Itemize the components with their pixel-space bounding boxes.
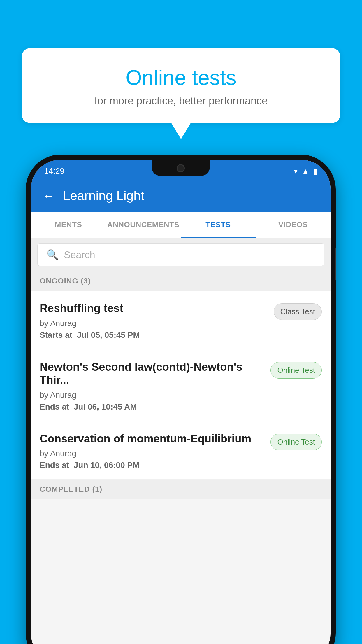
test-name-1: Reshuffling test — [40, 302, 268, 315]
search-input-wrapper[interactable]: 🔍 Search — [37, 243, 324, 266]
signal-icon: ▲ — [302, 167, 309, 176]
ongoing-section-header: ONGOING (3) — [31, 271, 331, 291]
wifi-icon: ▾ — [294, 167, 298, 176]
completed-section-header: COMPLETED (1) — [31, 480, 331, 499]
test-author-1: by Anurag — [40, 319, 268, 328]
test-item-2[interactable]: Newton's Second law(contd)-Newton's Thir… — [31, 349, 331, 421]
speech-bubble-subtitle: for more practice, better performance — [45, 95, 317, 107]
battery-icon: ▮ — [313, 167, 317, 176]
test-time-2: Ends at Jul 06, 10:45 AM — [40, 402, 265, 412]
volume-up-button[interactable] — [26, 236, 26, 260]
test-item-3[interactable]: Conservation of momentum-Equilibrium by … — [31, 421, 331, 480]
test-badge-2: Online Test — [270, 362, 322, 379]
status-time: 14:29 — [44, 167, 64, 176]
app-bar: ← Learning Light — [31, 180, 331, 212]
tab-ments[interactable]: MENTS — [31, 212, 106, 238]
test-author-3: by Anurag — [40, 449, 265, 458]
search-icon: 🔍 — [46, 249, 59, 260]
test-info-1: Reshuffling test by Anurag Starts at Jul… — [40, 302, 268, 340]
tab-announcements[interactable]: ANNOUNCEMENTS — [106, 212, 181, 238]
speech-bubble-title: Online tests — [45, 66, 317, 90]
test-info-3: Conservation of momentum-Equilibrium by … — [40, 432, 265, 470]
test-time-3: Ends at Jun 10, 06:00 PM — [40, 461, 265, 470]
test-info-2: Newton's Second law(contd)-Newton's Thir… — [40, 360, 265, 412]
search-placeholder: Search — [64, 249, 95, 260]
speech-bubble-container: Online tests for more practice, better p… — [22, 48, 340, 123]
volume-down-button[interactable] — [26, 265, 26, 289]
tab-videos[interactable]: VIDEOS — [256, 212, 331, 238]
phone-notch — [152, 160, 210, 176]
ongoing-header-text: ONGOING (3) — [40, 276, 91, 285]
tabs-bar: MENTS ANNOUNCEMENTS TESTS VIDEOS — [31, 212, 331, 238]
camera-icon — [177, 164, 185, 172]
test-name-3: Conservation of momentum-Equilibrium — [40, 432, 265, 446]
test-badge-1: Class Test — [274, 303, 322, 320]
tab-tests[interactable]: TESTS — [181, 212, 256, 238]
app-title: Learning Light — [63, 188, 144, 203]
phone-frame: 14:29 ▾ ▲ ▮ ← Learning Light MENTS ANNOU… — [26, 155, 336, 644]
phone-screen: 14:29 ▾ ▲ ▮ ← Learning Light MENTS ANNOU… — [31, 160, 331, 644]
power-button[interactable] — [335, 248, 336, 280]
search-container: 🔍 Search — [31, 238, 331, 271]
test-time-1: Starts at Jul 05, 05:45 PM — [40, 330, 268, 340]
test-badge-3: Online Test — [270, 434, 322, 450]
back-button[interactable]: ← — [43, 189, 54, 202]
test-author-2: by Anurag — [40, 391, 265, 400]
tests-list: Reshuffling test by Anurag Starts at Jul… — [31, 291, 331, 480]
speech-bubble: Online tests for more practice, better p… — [22, 48, 340, 123]
status-icons: ▾ ▲ ▮ — [294, 167, 317, 176]
test-name-2: Newton's Second law(contd)-Newton's Thir… — [40, 360, 265, 387]
completed-header-text: COMPLETED (1) — [40, 485, 102, 494]
test-item-1[interactable]: Reshuffling test by Anurag Starts at Jul… — [31, 291, 331, 349]
